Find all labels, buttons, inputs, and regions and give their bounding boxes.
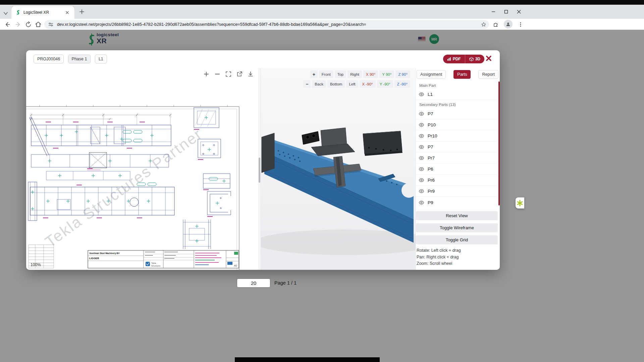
parts-scrollbar[interactable] xyxy=(498,81,500,205)
rotate-x-90-button[interactable]: X 90° xyxy=(363,70,378,78)
part-name[interactable]: P7 xyxy=(428,111,433,116)
part-row[interactable]: P9 xyxy=(416,197,498,208)
bookmark-star-icon[interactable] xyxy=(481,22,486,28)
chip-assembly[interactable]: L1 xyxy=(95,55,107,63)
model-3d-canvas[interactable] xyxy=(261,68,416,270)
view-right-button[interactable]: Right xyxy=(347,70,362,78)
pdf-open-external-button[interactable] xyxy=(235,70,244,78)
pdf-scrollbar-thumb[interactable] xyxy=(259,158,260,183)
part-row[interactable]: P10 xyxy=(416,120,498,130)
rotate-y-neg90-button[interactable]: Y -90° xyxy=(377,80,393,88)
part-row[interactable]: Pr6 xyxy=(416,175,498,186)
threed-button[interactable]: 3D xyxy=(465,55,484,63)
tab-search-chevron-icon[interactable] xyxy=(3,10,8,16)
eye-icon[interactable] xyxy=(419,122,424,128)
browser-tabbar: LogicSteel XR xyxy=(0,5,644,19)
rotate-z-90-button[interactable]: Z 90° xyxy=(395,70,410,78)
address-bar[interactable]: dev.xr.logicsteel.net/projects/26bb8982-… xyxy=(44,20,489,29)
tab-close-icon[interactable] xyxy=(65,10,69,16)
eye-icon[interactable] xyxy=(419,144,424,150)
eye-icon[interactable] xyxy=(419,200,424,205)
view-back-button[interactable]: Back xyxy=(312,80,326,88)
pdf-zoom-in-button[interactable] xyxy=(202,70,211,78)
part-name[interactable]: Pr7 xyxy=(428,156,435,161)
part-row[interactable]: P6 xyxy=(416,164,498,175)
eye-icon[interactable] xyxy=(419,177,424,183)
asterisk-icon xyxy=(517,200,523,206)
part-name[interactable]: Pr10 xyxy=(428,133,437,138)
pdf-scrollbar[interactable] xyxy=(258,68,261,270)
modal-close-icon[interactable] xyxy=(485,55,492,62)
window-close-button[interactable] xyxy=(513,5,525,18)
assembly-modal: PROJ00046 Phase 1 L1 PDF 3D xyxy=(26,50,500,270)
pdf-button[interactable]: PDF xyxy=(443,55,465,63)
eye-icon[interactable] xyxy=(419,188,424,194)
part-name[interactable]: P9 xyxy=(428,200,433,205)
eye-icon[interactable] xyxy=(419,133,424,139)
hint-pan: Pan: Right click + drag xyxy=(417,255,459,259)
chip-project[interactable]: PROJ00046 xyxy=(34,55,64,63)
tab-assignment[interactable]: Assignment xyxy=(417,70,446,79)
view-left-button[interactable]: Left xyxy=(346,80,358,88)
viewer-3d-pane[interactable]: + Front Top Right X 90° Y 90° Z 90° − Ba… xyxy=(261,68,416,270)
back-button[interactable] xyxy=(3,20,11,28)
toggle-wireframe-button[interactable]: Toggle Wireframe xyxy=(416,223,498,232)
view3d-zoom-in-button[interactable]: + xyxy=(310,70,318,78)
modal-content: Tekla Structures Partner xyxy=(26,68,500,270)
browser-tab[interactable]: LogicSteel XR xyxy=(11,6,74,19)
tab-parts[interactable]: Parts xyxy=(453,70,471,79)
part-name[interactable]: P10 xyxy=(428,122,436,127)
forward-button[interactable] xyxy=(14,20,22,28)
part-row[interactable]: Pr7 xyxy=(416,153,498,164)
browser-navbar: dev.xr.logicsteel.net/projects/26bb8982-… xyxy=(0,19,644,30)
reload-button[interactable] xyxy=(24,20,32,28)
new-tab-button[interactable] xyxy=(79,9,85,16)
main-part-name[interactable]: L1 xyxy=(428,92,433,97)
main-part-label: Main Part xyxy=(419,83,436,87)
part-row[interactable]: P7 xyxy=(416,109,498,119)
part-row[interactable]: Pr10 xyxy=(416,131,498,141)
window-maximize-button[interactable] xyxy=(500,5,513,18)
reset-view-button[interactable]: Reset View xyxy=(416,211,498,220)
view-controls-row1: + Front Top Right X 90° Y 90° Z 90° xyxy=(310,70,410,78)
rotate-z-neg90-button[interactable]: Z -90° xyxy=(394,80,410,88)
part-name[interactable]: P7 xyxy=(428,144,433,149)
home-button[interactable] xyxy=(34,20,42,28)
part-name[interactable]: Pr9 xyxy=(428,189,435,194)
hint-rotate: Rotate: Left click + drag xyxy=(417,248,461,253)
browser-profile-avatar[interactable] xyxy=(504,20,513,28)
pdf-zoom-level: 100% xyxy=(31,262,41,267)
main-part-row[interactable]: L1 xyxy=(416,89,498,100)
view-top-button[interactable]: Top xyxy=(335,70,346,78)
eye-icon[interactable] xyxy=(419,111,424,117)
pdf-zoom-out-button[interactable] xyxy=(213,70,222,78)
pdf-download-button[interactable] xyxy=(246,70,255,78)
pdf-fullscreen-button[interactable] xyxy=(224,70,233,78)
part-row[interactable]: Pr9 xyxy=(416,186,498,197)
view3d-zoom-out-button[interactable]: − xyxy=(303,80,311,88)
view-bottom-button[interactable]: Bottom xyxy=(327,80,345,88)
part-name[interactable]: P6 xyxy=(428,167,433,172)
eye-icon[interactable] xyxy=(419,166,424,172)
eye-icon[interactable] xyxy=(419,92,424,97)
per-page-input[interactable] xyxy=(237,279,270,288)
view-controls-row2: − Back Bottom Left X -90° Y -90° Z -90° xyxy=(303,80,410,88)
part-row[interactable]: P7 xyxy=(416,142,498,153)
technical-drawing[interactable]: Tekla Structures Partner xyxy=(26,68,258,270)
toggle-grid-button[interactable]: Toggle Grid xyxy=(416,235,498,244)
rotate-y-90-button[interactable]: Y 90° xyxy=(379,70,394,78)
part-name[interactable]: Pr6 xyxy=(428,178,435,183)
view-front-button[interactable]: Front xyxy=(319,70,333,78)
chip-phase[interactable]: Phase 1 xyxy=(68,55,91,63)
titleblock-drawing-name: LIGGER xyxy=(89,257,99,260)
url-text[interactable]: dev.xr.logicsteel.net/projects/26bb8982-… xyxy=(57,20,473,29)
screen-capture-fab[interactable] xyxy=(516,197,524,208)
eye-icon[interactable] xyxy=(419,155,424,161)
site-info-icon[interactable] xyxy=(48,22,53,28)
rotate-x-neg90-button[interactable]: X -90° xyxy=(360,80,376,88)
browser-menu-icon[interactable] xyxy=(517,20,525,28)
pdf-viewer-pane[interactable]: Tekla Structures Partner xyxy=(26,68,258,270)
extensions-icon[interactable] xyxy=(492,20,500,28)
window-minimize-button[interactable] xyxy=(487,5,500,18)
tab-report[interactable]: Report xyxy=(478,70,498,79)
